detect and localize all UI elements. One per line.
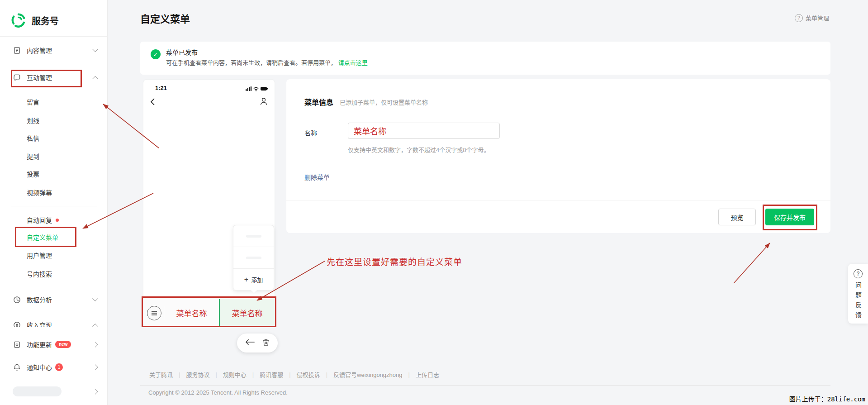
- footer-link-rules[interactable]: 规则中心: [223, 370, 247, 379]
- footer-link-feedback-account[interactable]: 反馈官号weixingongzhong: [333, 370, 402, 379]
- name-help-text: 仅支持中英文和数字，字数不超过4个汉字或8个字母。: [348, 145, 489, 154]
- delete-menu-link[interactable]: 删除菜单: [304, 172, 330, 181]
- footer-link-support[interactable]: 腾讯客服: [260, 370, 283, 379]
- sidebar-item-label: 提到: [27, 152, 39, 161]
- sidebar-item-feature-update[interactable]: 功能更新 new: [0, 335, 107, 353]
- watermark-text: 图片上传于：28life.com: [789, 394, 865, 403]
- bell-icon: [13, 363, 21, 371]
- footer-separator: |: [326, 371, 327, 378]
- sidebar-item-account[interactable]: [0, 382, 107, 400]
- phone-preview: 1:21 + 添加: [143, 79, 275, 327]
- sidebar-item-label: 内容管理: [27, 46, 52, 55]
- sidebar-divider-mid: [11, 206, 97, 206]
- sidebar-item-mentions[interactable]: 提到: [0, 147, 107, 165]
- page-root: 服务号 内容管理 互动管理 留言 划线 私信 提到 投票 视频弹幕 自动回复: [0, 0, 868, 405]
- signal-icon: [246, 86, 251, 91]
- annotation-tip-text: 先在这里设置好需要的自定义菜单: [327, 255, 462, 267]
- sidebar-item-user-mgmt[interactable]: 用户管理: [0, 246, 107, 264]
- sidebar-item-label: 私信: [27, 133, 39, 143]
- sidebar-item-label: 数据分析: [27, 295, 52, 304]
- submenu-item-2[interactable]: [233, 247, 274, 269]
- phone-menu-bar: 菜单名称 菜单名称: [143, 299, 275, 327]
- banner-desc-text: 可在手机查看菜单内容，若尚未生效，请稍后查看。若停用菜单，: [166, 59, 337, 66]
- disable-menu-link[interactable]: 请点击这里: [338, 59, 368, 66]
- sidebar-item-votes[interactable]: 投票: [0, 165, 107, 183]
- unread-dot: [56, 219, 59, 222]
- sidebar-item-label: 划线: [27, 116, 39, 125]
- published-banner: ✓ 菜单已发布 可在手机查看菜单内容，若尚未生效，请稍后查看。若停用菜单， 请点…: [140, 42, 830, 75]
- sidebar-item-underline[interactable]: 划线: [0, 111, 107, 129]
- sidebar-item-custom-menu[interactable]: 自定义菜单: [0, 228, 107, 246]
- sidebar-item-auto-reply[interactable]: 自动回复: [0, 211, 107, 229]
- footer-link-about[interactable]: 关于腾讯: [149, 370, 173, 379]
- sidebar-item-label: 投票: [27, 169, 39, 178]
- pie-chart-icon: [13, 295, 21, 304]
- name-label: 名称: [304, 128, 317, 137]
- page-title: 自定义菜单: [140, 11, 190, 25]
- preview-toolbar: [237, 334, 278, 353]
- footer-link-agreement[interactable]: 服务协议: [186, 370, 209, 379]
- section-title: 菜单信息: [304, 96, 333, 107]
- banner-description: 可在手机查看菜单内容，若尚未生效，请稍后查看。若停用菜单， 请点击这里: [166, 58, 368, 67]
- brand[interactable]: 服务号: [11, 13, 59, 28]
- menu-item-1[interactable]: 菜单名称: [164, 299, 219, 327]
- footer-divider: [140, 385, 830, 386]
- sidebar-item-label: 通知中心: [27, 362, 52, 372]
- footer-separator: |: [215, 371, 217, 378]
- wifi-icon: [254, 88, 258, 90]
- sidebar-item-comments[interactable]: 留言: [0, 93, 107, 111]
- sidebar-item-notification-center[interactable]: 通知中心 1: [0, 358, 107, 376]
- footer-separator: |: [179, 371, 180, 378]
- sidebar-item-video-danmu[interactable]: 视频弹幕: [0, 183, 107, 201]
- copyright-text: Copyright © 2012-2025 Tencent. All Right…: [148, 389, 288, 396]
- sidebar-item-content-mgmt[interactable]: 内容管理: [0, 41, 107, 59]
- menu-name-input[interactable]: [348, 123, 500, 139]
- new-badge: new: [55, 341, 71, 348]
- notification-count-badge: 1: [55, 363, 63, 371]
- footer-links: 关于腾讯 | 服务协议 | 规则中心 | 腾讯客服 | 侵权投诉 | 反馈官号w…: [149, 370, 439, 379]
- brand-logo-icon: [11, 13, 26, 28]
- feedback-widget[interactable]: ? 问题反馈: [848, 264, 868, 324]
- battery-icon: [261, 87, 268, 91]
- phone-back-icon[interactable]: [148, 97, 158, 107]
- undo-arrow-icon[interactable]: [245, 339, 255, 347]
- phone-time: 1:21: [155, 85, 167, 91]
- question-mark-icon: ?: [854, 269, 863, 278]
- submenu-item-1[interactable]: [233, 225, 274, 247]
- success-check-icon: ✓: [151, 49, 161, 59]
- question-mark-icon: ?: [795, 14, 803, 22]
- sidebar-item-label: 视频弹幕: [27, 188, 52, 197]
- footer-link-upload-log[interactable]: 上传日志: [416, 370, 439, 379]
- sidebar-item-private-msg[interactable]: 私信: [0, 129, 107, 147]
- menu-management-help[interactable]: ? 菜单管理: [795, 14, 829, 22]
- sidebar-item-label: 留言: [27, 97, 39, 106]
- sidebar-item-account-search[interactable]: 号内搜索: [0, 265, 107, 283]
- sidebar-item-interact-mgmt[interactable]: 互动管理: [0, 68, 107, 86]
- footer-separator: |: [252, 371, 254, 378]
- trash-icon[interactable]: [262, 338, 270, 348]
- sidebar-item-label: 互动管理: [27, 73, 52, 82]
- preview-button[interactable]: 预览: [718, 209, 756, 225]
- chevron-down-icon: [92, 46, 98, 52]
- sidebar: 服务号 内容管理 互动管理 留言 划线 私信 提到 投票 视频弹幕 自动回复: [0, 0, 108, 405]
- chevron-right-icon: [92, 389, 98, 395]
- footer-separator: |: [408, 371, 410, 378]
- footer-link-complaint[interactable]: 侵权投诉: [297, 370, 320, 379]
- banner-title: 菜单已发布: [166, 48, 198, 57]
- book-star-icon: [13, 340, 21, 348]
- sidebar-divider-top: [0, 36, 107, 37]
- chevron-right-icon: [92, 364, 98, 370]
- arrow-to-save-button: [734, 243, 770, 283]
- chevron-up-icon: [92, 76, 98, 81]
- plus-icon: +: [244, 276, 248, 284]
- sidebar-item-data-analysis[interactable]: 数据分析: [0, 291, 107, 309]
- chevron-down-icon: [92, 295, 98, 301]
- phone-contact-icon[interactable]: [259, 97, 268, 106]
- redacted-account-name: [13, 386, 62, 396]
- keyboard-toggle-icon[interactable]: [147, 306, 161, 320]
- phone-status-icons: [246, 85, 268, 93]
- save-publish-button[interactable]: 保存并发布: [765, 209, 814, 225]
- chat-bubble-icon: [13, 73, 21, 81]
- menu-item-2-selected[interactable]: 菜单名称: [219, 299, 275, 327]
- redacted-submenu-label: [246, 257, 261, 259]
